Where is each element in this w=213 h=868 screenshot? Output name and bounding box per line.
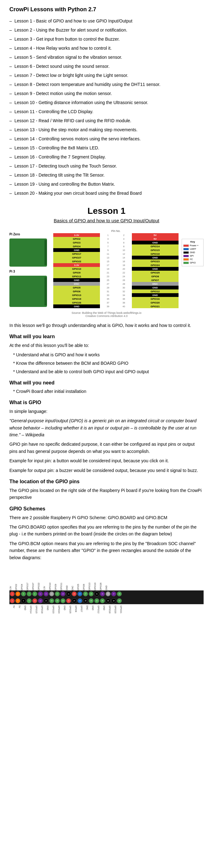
gpio-pin1-label: GPIO4 [53, 244, 100, 248]
bottom-pin-odd: 19 [60, 591, 65, 596]
lesson-item: Lesson 12 - Read / Write RFID card using… [9, 118, 204, 124]
bottom-pin-odd: 39 [117, 591, 122, 596]
bottom-label-top: GPIO22 [37, 582, 43, 590]
content-section: What will you learnAt the end of this le… [9, 334, 204, 375]
bottom-pin-even: 6 [21, 598, 26, 603]
bottom-pin-odd: 5 [21, 591, 26, 596]
gpio-row: GPIO26 37 38 GPIO20 [53, 301, 179, 305]
bottom-pin-even: 2 [10, 598, 15, 603]
bottom-pin-even: 34 [100, 598, 105, 603]
content-section: The location of the GPIO pinsThe GPIO pi… [9, 479, 204, 501]
gpio-pin2-label: GPIO12 [132, 289, 179, 293]
section-extra: Example for input pin: a button would be… [9, 457, 204, 464]
gpio-pin1-label: DNC [53, 282, 100, 286]
bottom-label-top: GPIO13 [88, 582, 94, 590]
gpio-pin1-num: 31 [100, 289, 116, 293]
scheme-diagram: 3.3VGPIO2GPIO4GPIO17GPIO27GPIO223.3VGPIO… [9, 565, 204, 630]
gpio-pin1-num: 23 [100, 274, 116, 278]
section-bullet: Know the difference between the BCM and … [9, 360, 204, 367]
key-swatch [183, 251, 189, 254]
bottom-pin-odd: 29 [89, 591, 94, 596]
section-extra: The GPIO.BOARD option specifies that you… [9, 524, 204, 538]
key-item-label: UART [190, 248, 196, 250]
gpio-pin2-num: 14 [116, 256, 132, 259]
bottom-label-bottom: GND [21, 605, 26, 611]
gpio-pin1-num: 11 [100, 252, 116, 256]
bottom-label-bottom: GND [60, 605, 66, 611]
gpio-pin2-label: GND [132, 241, 179, 244]
gpio-pin2-num: 16 [116, 259, 132, 263]
gpio-pin2-num: 28 [116, 282, 132, 286]
gpio-pin2-num: 4 [116, 237, 132, 241]
bottom-pin-even: 30 [89, 598, 94, 603]
key-swatch [183, 248, 189, 250]
sections-container: What will you learnAt the end of this le… [9, 334, 204, 561]
key-item-label: GPIO [190, 261, 196, 264]
lesson-item: Lesson 8 - Detect room temperature and h… [9, 81, 204, 88]
gpio-pin1-num: 27 [100, 282, 116, 286]
gpio-diagram: Pi Zero Pi 3 Pin No. [9, 229, 204, 309]
gpio-row: GPIO4 7 8 GPIO14 [53, 244, 179, 248]
gpio-pin2-num: 36 [116, 297, 132, 301]
gpio-table: 3.3V 1 2 5V GPIO2 3 4 5V GPIO3 5 6 GND G… [53, 233, 179, 308]
gpio-pin2-label: GPIO15 [132, 248, 179, 252]
key-swatch [183, 258, 189, 261]
bottom-pin-odd: 11 [38, 591, 43, 596]
lesson-item: Lesson 18 - Detecting tilt using the Til… [9, 172, 204, 179]
gpio-pin2-label: DNC [132, 282, 179, 286]
key-item: Power + [183, 244, 202, 247]
bottom-pin-odd: 9 [32, 591, 37, 596]
gpio-pin1-label: GPIO13 [53, 293, 100, 297]
gpio-pin1-num: 15 [100, 259, 116, 263]
bottom-pin-odd: 15 [49, 591, 54, 596]
lesson-item: Lesson 11 - Controlling the LCD Display. [9, 108, 204, 115]
bottom-label-bottom: GPIO21 [116, 605, 122, 613]
gpio-pin1-num: 29 [100, 286, 116, 289]
bottom-pin-odd: 17 [55, 591, 60, 596]
gpio-pin2-label: 5V [132, 233, 179, 237]
section-extra: The GPIO.BCM option means that you are r… [9, 540, 204, 561]
gpio-pin1-num: 9 [100, 248, 116, 252]
lesson-list: Lesson 1 - Basic of GPIO and how to use … [9, 18, 204, 196]
lesson-item: Lesson 5 - Send vibration signal to the … [9, 54, 204, 61]
gpio-pin1-label: 3.3V [53, 233, 100, 237]
bottom-label-bottom: 5V [15, 605, 21, 608]
bottom-label-top: GPIO27 [32, 582, 37, 590]
gpio-pin1-num: 3 [100, 237, 116, 241]
lesson-item: Lesson 17 - Detecting touch using the To… [9, 163, 204, 169]
key-label: Key [183, 240, 202, 243]
bottom-pin-odd: 1 [10, 591, 15, 596]
gpio-pin1-num: 5 [100, 241, 116, 244]
bottom-label-top: GPIO26 [100, 582, 105, 590]
bottom-pin-even: 12 [38, 598, 43, 603]
gpio-pin1-label: GPIO27 [53, 256, 100, 259]
bottom-label-top: GND [105, 585, 111, 590]
bottom-label-bottom: GPIO20 [111, 605, 116, 613]
bottom-pin-odd: 23 [72, 591, 77, 596]
gpio-pin1-label: GPIO22 [53, 259, 100, 263]
gpio-pin2-label: GPIO21 [132, 305, 179, 308]
lesson-item: Lesson 16 - Controlling the 7 Segment Di… [9, 154, 204, 160]
gpio-pin1-num: 1 [100, 233, 116, 237]
gpio-row: GPIO13 33 34 GND [53, 293, 179, 297]
gpio-row: 3.3V 17 18 GPIO24 [53, 263, 179, 267]
bottom-pin-even: 24 [72, 598, 77, 603]
lesson-item: Lesson 3 - Get input from button to cont… [9, 36, 204, 42]
bottom-pin-even: 10 [32, 598, 37, 603]
content-section: What is GPIOIn simple language:"General-… [9, 400, 204, 474]
section-extra: GPIO pin have no specific dedicated purp… [9, 441, 204, 455]
bottom-label-top: GPIO2 [15, 583, 21, 590]
section-heading: What is GPIO [9, 400, 204, 405]
gpio-pin1-label: 3.3V [53, 263, 100, 267]
bottom-label-bottom: GPIO18 [37, 605, 43, 613]
bottom-label-bottom: GPIO7 [77, 605, 83, 612]
gpio-pin2-label: GND [132, 267, 179, 271]
bottom-pin-odd: 27 [83, 591, 88, 596]
gpio-pin1-label: GND [53, 305, 100, 308]
gpio-row: GPIO9 21 22 GPIO25 [53, 271, 179, 274]
gpio-row: GPIO27 13 14 GND [53, 256, 179, 259]
gpio-row: GND 39 40 GPIO21 [53, 305, 179, 308]
gpio-pin2-label: 5V [132, 237, 179, 241]
gpio-pin1-num: 25 [100, 278, 116, 282]
gpio-row: 3.3V 1 2 5V [53, 233, 179, 237]
